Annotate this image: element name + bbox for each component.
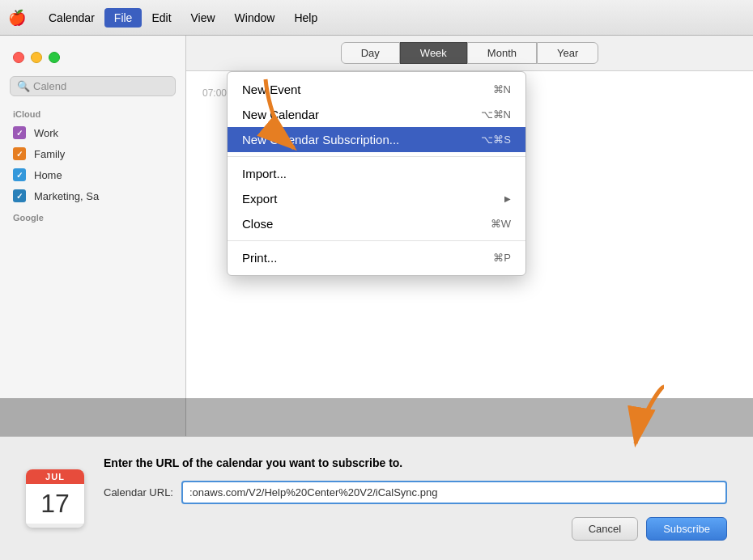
icloud-section: iCloud — [0, 106, 185, 122]
check-icon: ✓ — [16, 129, 23, 138]
print-shortcut: ⌘P — [493, 252, 511, 264]
dialog-url-row: Calendar URL: — [104, 481, 727, 504]
new-calendar-label: New Calendar — [242, 108, 319, 121]
work-checkbox[interactable]: ✓ — [13, 126, 26, 139]
dialog-buttons: Cancel Subscribe — [104, 517, 727, 541]
new-subscription-label: New Calendar Subscription... — [242, 133, 399, 146]
view-month-button[interactable]: Month — [467, 42, 537, 64]
app-container: 🔍 Calend iCloud ✓ Work ✓ Family ✓ Home ✓ — [0, 36, 753, 560]
family-label: Family — [34, 148, 65, 160]
new-calendar-shortcut: ⌥⌘N — [481, 108, 511, 121]
home-label: Home — [34, 169, 62, 181]
dialog-content: Enter the URL of the calendar you want t… — [104, 456, 727, 541]
menu-print[interactable]: Print... ⌘P — [228, 245, 525, 270]
family-checkbox[interactable]: ✓ — [13, 147, 26, 160]
search-bar[interactable]: 🔍 Calend — [10, 76, 176, 96]
cancel-button[interactable]: Cancel — [572, 517, 638, 541]
time-label: 07:00 — [202, 87, 227, 99]
menu-export[interactable]: Export ▶ — [228, 186, 525, 211]
close-label: Close — [242, 217, 273, 231]
calendar-icon: JUL 17 — [26, 469, 84, 528]
menu-edit[interactable]: Edit — [142, 8, 181, 28]
url-label: Calendar URL: — [104, 486, 173, 498]
search-icon: 🔍 — [17, 80, 30, 92]
sidebar-item-marketing[interactable]: ✓ Marketing, Sa — [0, 185, 185, 206]
view-year-button[interactable]: Year — [537, 42, 598, 64]
search-text: Calend — [33, 80, 66, 92]
print-label: Print... — [242, 251, 277, 265]
export-label: Export — [242, 192, 277, 206]
google-section: Google — [0, 206, 185, 226]
traffic-lights — [0, 45, 185, 76]
menu-import[interactable]: Import... — [228, 161, 525, 186]
menu-separator-2 — [228, 240, 525, 241]
sidebar-item-home[interactable]: ✓ Home — [0, 164, 185, 185]
menu-file[interactable]: File — [104, 8, 143, 28]
cal-icon-month: JUL — [26, 469, 84, 484]
sidebar-item-work[interactable]: ✓ Work — [0, 122, 185, 143]
new-event-label: New Event — [242, 83, 301, 96]
marketing-label: Marketing, Sa — [34, 190, 99, 202]
check-icon: ✓ — [16, 192, 23, 201]
menu-window[interactable]: Window — [225, 8, 285, 28]
file-dropdown-menu: New Event ⌘N New Calendar ⌥⌘N New Calend… — [227, 71, 526, 276]
check-icon: ✓ — [16, 150, 23, 159]
sidebar-item-family[interactable]: ✓ Family — [0, 143, 185, 164]
export-arrow: ▶ — [504, 194, 511, 203]
home-checkbox[interactable]: ✓ — [13, 168, 26, 181]
new-event-shortcut: ⌘N — [493, 83, 511, 95]
subscribe-button[interactable]: Subscribe — [646, 517, 727, 541]
menu-new-subscription[interactable]: New Calendar Subscription... ⌥⌘S — [228, 127, 525, 152]
url-input[interactable] — [181, 481, 727, 504]
cal-icon-day: 17 — [26, 484, 84, 524]
work-label: Work — [34, 127, 58, 139]
menu-calendar[interactable]: Calendar — [39, 8, 104, 28]
menu-new-calendar[interactable]: New Calendar ⌥⌘N — [228, 102, 525, 127]
menu-bar: 🍎 Calendar File Edit View Window Help — [0, 0, 753, 36]
marketing-checkbox[interactable]: ✓ — [13, 189, 26, 202]
menu-help[interactable]: Help — [284, 8, 327, 28]
menu-new-event[interactable]: New Event ⌘N — [228, 77, 525, 102]
close-shortcut: ⌘W — [491, 218, 511, 230]
maximize-button[interactable] — [49, 52, 60, 63]
check-icon: ✓ — [16, 171, 23, 180]
minimize-button[interactable] — [31, 52, 42, 63]
new-subscription-shortcut: ⌥⌘S — [481, 134, 511, 146]
view-day-button[interactable]: Day — [341, 42, 400, 64]
view-switcher: Day Week Month Year — [186, 36, 753, 71]
close-button[interactable] — [13, 52, 24, 63]
menu-separator-1 — [228, 156, 525, 157]
import-label: Import... — [242, 167, 287, 180]
menu-close[interactable]: Close ⌘W — [228, 211, 525, 236]
view-week-button[interactable]: Week — [400, 42, 467, 64]
subscription-dialog: JUL 17 Enter the URL of the calendar you… — [0, 436, 753, 560]
menu-view[interactable]: View — [181, 8, 225, 28]
dialog-title: Enter the URL of the calendar you want t… — [104, 456, 727, 469]
dialog-backdrop: JUL 17 Enter the URL of the calendar you… — [0, 398, 753, 560]
apple-icon[interactable]: 🍎 — [8, 9, 26, 27]
